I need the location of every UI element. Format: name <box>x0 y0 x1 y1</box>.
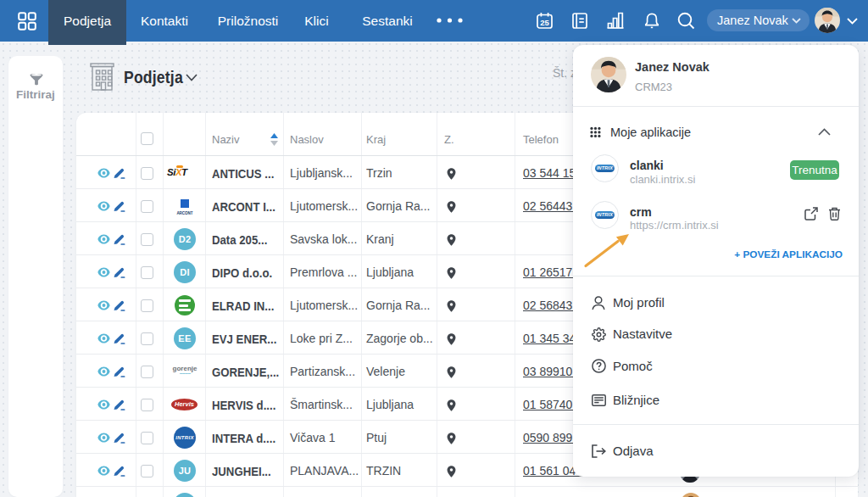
svg-text:25: 25 <box>540 18 549 27</box>
